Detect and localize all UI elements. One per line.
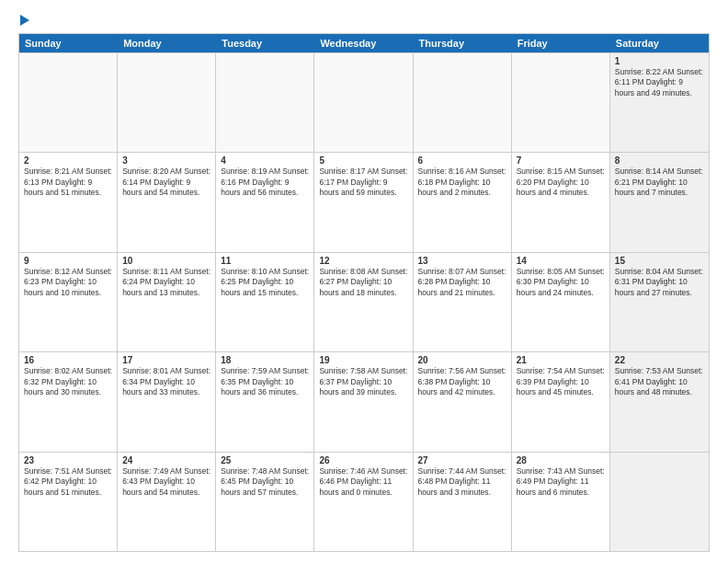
cell-info: Sunrise: 7:43 AM Sunset: 6:49 PM Dayligh… [517, 466, 605, 498]
cell-info: Sunrise: 7:44 AM Sunset: 6:48 PM Dayligh… [418, 466, 506, 498]
cal-cell-r0-c0 [19, 53, 118, 152]
cal-cell-r4-c2: 25Sunrise: 7:48 AM Sunset: 6:45 PM Dayli… [216, 453, 314, 551]
cell-info: Sunrise: 7:46 AM Sunset: 6:46 PM Dayligh… [319, 466, 407, 498]
cell-info: Sunrise: 7:59 AM Sunset: 6:35 PM Dayligh… [221, 366, 309, 397]
cell-info: Sunrise: 8:12 AM Sunset: 6:23 PM Dayligh… [24, 267, 112, 298]
cal-cell-r2-c2: 11Sunrise: 8:10 AM Sunset: 6:25 PM Dayli… [216, 253, 314, 351]
day-header-monday: Monday [118, 34, 216, 52]
cell-info: Sunrise: 8:22 AM Sunset: 6:11 PM Dayligh… [615, 67, 704, 98]
cell-info: Sunrise: 8:10 AM Sunset: 6:25 PM Dayligh… [221, 267, 309, 298]
cell-info: Sunrise: 8:07 AM Sunset: 6:28 PM Dayligh… [418, 267, 506, 298]
cal-cell-r3-c0: 16Sunrise: 8:02 AM Sunset: 6:32 PM Dayli… [19, 352, 118, 451]
cal-cell-r3-c3: 19Sunrise: 7:58 AM Sunset: 6:37 PM Dayli… [314, 352, 413, 451]
calendar-row-1: 2Sunrise: 8:21 AM Sunset: 6:13 PM Daylig… [19, 152, 709, 251]
cal-cell-r4-c6 [610, 453, 709, 551]
day-header-saturday: Saturday [610, 34, 709, 52]
day-header-tuesday: Tuesday [216, 34, 314, 52]
cal-cell-r0-c4 [414, 53, 512, 152]
cal-cell-r4-c0: 23Sunrise: 7:51 AM Sunset: 6:42 PM Dayli… [19, 453, 118, 551]
cal-cell-r3-c1: 17Sunrise: 8:01 AM Sunset: 6:34 PM Dayli… [118, 352, 216, 451]
day-number: 11 [221, 256, 309, 266]
day-number: 20 [418, 355, 506, 365]
cal-cell-r1-c0: 2Sunrise: 8:21 AM Sunset: 6:13 PM Daylig… [19, 153, 118, 251]
cal-cell-r0-c3 [314, 53, 413, 152]
page: SundayMondayTuesdayWednesdayThursdayFrid… [0, 0, 728, 563]
day-number: 6 [418, 155, 506, 166]
day-number: 5 [319, 155, 407, 166]
cal-cell-r2-c4: 13Sunrise: 8:07 AM Sunset: 6:28 PM Dayli… [414, 253, 512, 351]
calendar-row-3: 16Sunrise: 8:02 AM Sunset: 6:32 PM Dayli… [19, 351, 709, 451]
cell-info: Sunrise: 7:54 AM Sunset: 6:39 PM Dayligh… [517, 366, 605, 397]
cal-cell-r4-c1: 24Sunrise: 7:49 AM Sunset: 6:43 PM Dayli… [118, 453, 216, 551]
day-header-wednesday: Wednesday [314, 34, 413, 52]
day-number: 7 [517, 155, 605, 166]
day-number: 12 [319, 256, 407, 266]
day-number: 24 [122, 455, 210, 465]
calendar-row-4: 23Sunrise: 7:51 AM Sunset: 6:42 PM Dayli… [19, 452, 709, 551]
cal-cell-r2-c0: 9Sunrise: 8:12 AM Sunset: 6:23 PM Daylig… [19, 253, 118, 351]
cell-info: Sunrise: 8:05 AM Sunset: 6:30 PM Dayligh… [517, 267, 605, 298]
cal-cell-r3-c6: 22Sunrise: 7:53 AM Sunset: 6:41 PM Dayli… [610, 352, 709, 451]
day-number: 13 [418, 256, 506, 266]
day-number: 8 [615, 155, 704, 166]
cell-info: Sunrise: 8:02 AM Sunset: 6:32 PM Dayligh… [24, 366, 112, 397]
cal-cell-r2-c5: 14Sunrise: 8:05 AM Sunset: 6:30 PM Dayli… [512, 253, 610, 351]
cell-info: Sunrise: 8:04 AM Sunset: 6:31 PM Dayligh… [615, 267, 704, 298]
cal-cell-r0-c5 [512, 53, 610, 152]
calendar-row-0: 1Sunrise: 8:22 AM Sunset: 6:11 PM Daylig… [19, 52, 709, 152]
cal-cell-r1-c6: 8Sunrise: 8:14 AM Sunset: 6:21 PM Daylig… [610, 153, 709, 251]
day-number: 17 [122, 355, 210, 365]
day-number: 22 [615, 355, 704, 365]
day-number: 27 [418, 455, 506, 465]
day-number: 19 [319, 355, 407, 365]
cell-info: Sunrise: 8:14 AM Sunset: 6:21 PM Dayligh… [615, 167, 704, 198]
day-header-thursday: Thursday [414, 34, 512, 52]
cal-cell-r0-c2 [216, 53, 314, 152]
day-number: 15 [615, 256, 704, 266]
calendar-body: 1Sunrise: 8:22 AM Sunset: 6:11 PM Daylig… [19, 52, 709, 551]
cell-info: Sunrise: 7:53 AM Sunset: 6:41 PM Dayligh… [615, 366, 704, 397]
logo [18, 15, 29, 26]
day-number: 18 [221, 355, 309, 365]
cal-cell-r3-c4: 20Sunrise: 7:56 AM Sunset: 6:38 PM Dayli… [414, 352, 512, 451]
day-number: 10 [122, 256, 210, 266]
cell-info: Sunrise: 7:51 AM Sunset: 6:42 PM Dayligh… [24, 466, 112, 498]
day-number: 9 [24, 256, 112, 266]
cal-cell-r3-c2: 18Sunrise: 7:59 AM Sunset: 6:35 PM Dayli… [216, 352, 314, 451]
day-header-friday: Friday [512, 34, 610, 52]
calendar: SundayMondayTuesdayWednesdayThursdayFrid… [18, 33, 710, 552]
day-number: 28 [517, 455, 605, 465]
cal-cell-r2-c1: 10Sunrise: 8:11 AM Sunset: 6:24 PM Dayli… [118, 253, 216, 351]
cell-info: Sunrise: 8:08 AM Sunset: 6:27 PM Dayligh… [319, 267, 407, 298]
cell-info: Sunrise: 8:16 AM Sunset: 6:18 PM Dayligh… [418, 167, 506, 198]
cell-info: Sunrise: 8:21 AM Sunset: 6:13 PM Dayligh… [24, 167, 112, 198]
calendar-header: SundayMondayTuesdayWednesdayThursdayFrid… [19, 34, 709, 52]
cal-cell-r1-c1: 3Sunrise: 8:20 AM Sunset: 6:14 PM Daylig… [118, 153, 216, 251]
cell-info: Sunrise: 7:49 AM Sunset: 6:43 PM Dayligh… [122, 466, 210, 498]
cell-info: Sunrise: 8:15 AM Sunset: 6:20 PM Dayligh… [517, 167, 605, 198]
day-number: 26 [319, 455, 407, 465]
cell-info: Sunrise: 8:17 AM Sunset: 6:17 PM Dayligh… [319, 167, 407, 198]
cal-cell-r1-c5: 7Sunrise: 8:15 AM Sunset: 6:20 PM Daylig… [512, 153, 610, 251]
cell-info: Sunrise: 7:48 AM Sunset: 6:45 PM Dayligh… [221, 466, 309, 498]
cell-info: Sunrise: 8:01 AM Sunset: 6:34 PM Dayligh… [122, 366, 210, 397]
cal-cell-r2-c3: 12Sunrise: 8:08 AM Sunset: 6:27 PM Dayli… [314, 253, 413, 351]
cal-cell-r3-c5: 21Sunrise: 7:54 AM Sunset: 6:39 PM Dayli… [512, 352, 610, 451]
day-number: 16 [24, 355, 112, 365]
day-number: 2 [24, 155, 112, 166]
cal-cell-r4-c3: 26Sunrise: 7:46 AM Sunset: 6:46 PM Dayli… [314, 453, 413, 551]
day-number: 3 [122, 155, 210, 166]
cal-cell-r2-c6: 15Sunrise: 8:04 AM Sunset: 6:31 PM Dayli… [610, 253, 709, 351]
cell-info: Sunrise: 7:58 AM Sunset: 6:37 PM Dayligh… [319, 366, 407, 397]
day-number: 25 [221, 455, 309, 465]
calendar-row-2: 9Sunrise: 8:12 AM Sunset: 6:23 PM Daylig… [19, 252, 709, 351]
cal-cell-r1-c2: 4Sunrise: 8:19 AM Sunset: 6:16 PM Daylig… [216, 153, 314, 251]
cell-info: Sunrise: 8:19 AM Sunset: 6:16 PM Dayligh… [221, 167, 309, 198]
day-number: 4 [221, 155, 309, 166]
logo-arrow-icon [20, 15, 29, 26]
cal-cell-r0-c6: 1Sunrise: 8:22 AM Sunset: 6:11 PM Daylig… [610, 53, 709, 152]
cal-cell-r0-c1 [118, 53, 216, 152]
day-number: 23 [24, 455, 112, 465]
cal-cell-r1-c3: 5Sunrise: 8:17 AM Sunset: 6:17 PM Daylig… [314, 153, 413, 251]
cell-info: Sunrise: 8:20 AM Sunset: 6:14 PM Dayligh… [122, 167, 210, 198]
